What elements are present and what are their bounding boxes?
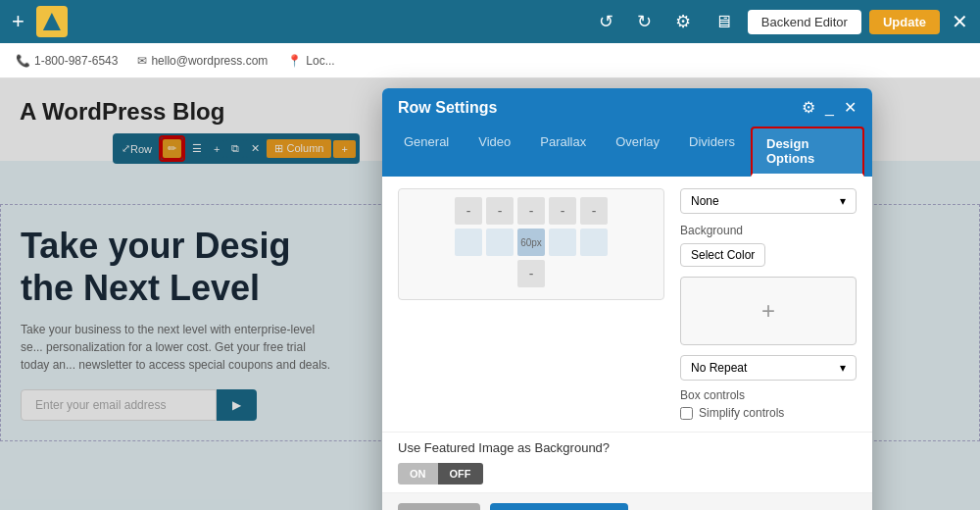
top-toolbar: + ↺ ↻ ⚙ 🖥 Backend Editor Update ✕: [0, 0, 980, 43]
modal-right-panel: None ▾ Background Select Color + No Repe…: [680, 188, 857, 420]
screen-button[interactable]: 🖥: [707, 8, 740, 36]
location-info: 📍 Loc...: [287, 54, 334, 68]
featured-image-section: Use Featured Image as Background? ON OFF: [382, 432, 872, 492]
row-settings-modal: Row Settings ⚙ _ ✕ General Video Paralla…: [382, 88, 872, 510]
upload-plus-icon: +: [761, 297, 775, 325]
grid-row-3: -: [407, 260, 656, 287]
modal-body: - - - - - 60px: [382, 177, 872, 432]
tab-video[interactable]: Video: [465, 127, 524, 177]
grid-cell-value[interactable]: 60px: [517, 229, 545, 256]
redo-button[interactable]: ↻: [629, 7, 660, 36]
main-area: A WordPress Blog ⤢ Row ✏ ☰ + ⧉ ✕ ⊞ Colum…: [0, 78, 980, 510]
grid-minus-4[interactable]: -: [549, 197, 576, 225]
email-icon: ✉: [137, 54, 147, 68]
grid-minus-5[interactable]: -: [580, 197, 608, 225]
grid-minus-2[interactable]: -: [486, 197, 514, 225]
dropdown-chevron-icon: ▾: [840, 194, 846, 208]
undo-button[interactable]: ↺: [591, 7, 621, 36]
featured-image-label: Use Featured Image as Background?: [398, 440, 857, 455]
modal-tabs: General Video Parallax Overlay Dividers …: [382, 127, 872, 177]
grid-minus-bottom[interactable]: -: [517, 260, 545, 287]
grid-cell-5[interactable]: [580, 229, 608, 256]
grid-cell-2[interactable]: [486, 229, 514, 256]
toggle-on-button[interactable]: ON: [398, 463, 438, 484]
grid-preview: - - - - - 60px: [398, 188, 664, 300]
close-modal-button[interactable]: Close: [398, 503, 480, 510]
modal-close-icon[interactable]: ✕: [844, 98, 857, 117]
grid-cell-1[interactable]: [455, 229, 482, 256]
tab-design-options[interactable]: Design Options: [751, 127, 864, 177]
toggle-row: ON OFF: [398, 463, 857, 484]
grid-cell-4[interactable]: [549, 229, 576, 256]
modal-minimize-icon[interactable]: _: [825, 99, 834, 117]
grid-minus-1[interactable]: -: [455, 197, 482, 225]
simplify-controls-label[interactable]: Simplify controls: [699, 406, 784, 420]
logo-icon: [43, 13, 61, 30]
tab-dividers[interactable]: Dividers: [675, 127, 749, 177]
add-element-button[interactable]: +: [12, 9, 24, 34]
grid-row-2: 60px: [407, 229, 656, 256]
repeat-chevron-icon: ▾: [840, 361, 846, 375]
backend-editor-button[interactable]: Backend Editor: [748, 10, 861, 34]
box-controls-label: Box controls: [680, 388, 857, 402]
none-dropdown[interactable]: None ▾: [680, 188, 857, 214]
simplify-controls-checkbox[interactable]: [680, 407, 693, 420]
grid-minus-3[interactable]: -: [517, 197, 545, 225]
close-button[interactable]: ✕: [952, 10, 968, 33]
grid-row-1: - - - - -: [407, 197, 656, 225]
secondary-bar: 📞 1-800-987-6543 ✉ hello@wordpress.com 📍…: [0, 43, 980, 78]
tab-general[interactable]: General: [390, 127, 463, 177]
update-button[interactable]: Update: [869, 10, 940, 34]
background-label: Background: [680, 224, 857, 237]
tab-parallax[interactable]: Parallax: [526, 127, 600, 177]
modal-left-panel: - - - - - 60px: [398, 188, 664, 420]
select-color-button[interactable]: Select Color: [680, 243, 765, 267]
toggle-off-button[interactable]: OFF: [438, 463, 483, 484]
modal-footer: Close Save changes: [382, 492, 872, 510]
save-changes-button[interactable]: Save changes: [490, 503, 628, 510]
location-icon: 📍: [287, 54, 302, 68]
modal-title: Row Settings: [398, 99, 497, 117]
modal-settings-icon[interactable]: ⚙: [802, 98, 815, 117]
phone-info: 📞 1-800-987-6543: [16, 54, 118, 68]
modal-header: Row Settings ⚙ _ ✕: [382, 88, 872, 127]
app-logo: [36, 6, 68, 37]
email-info: ✉ hello@wordpress.com: [137, 54, 268, 68]
phone-icon: 📞: [16, 54, 30, 68]
simplify-controls-row: Simplify controls: [680, 406, 857, 420]
no-repeat-dropdown[interactable]: No Repeat ▾: [680, 355, 857, 381]
tab-overlay[interactable]: Overlay: [602, 127, 673, 177]
settings-button[interactable]: ⚙: [667, 7, 699, 36]
modal-header-icons: ⚙ _ ✕: [802, 98, 857, 117]
image-upload-box[interactable]: +: [680, 277, 857, 345]
